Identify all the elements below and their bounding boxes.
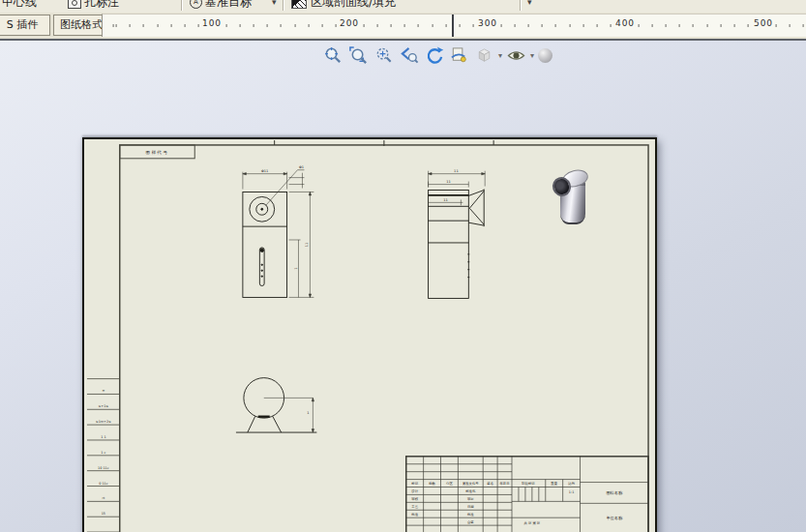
drawing-sheet[interactable]: 图样代号 ≡ ≤+1≤ ≤1m+2≤ 1 1 1 c 10 11c 0 11c … (82, 137, 657, 532)
datum-target-dropdown-arrow[interactable]: ▾ (272, 0, 277, 14)
margin-row-label: 1 c (101, 451, 105, 455)
hide-show-items-icon[interactable] (506, 45, 526, 66)
ruler-pane-splitter[interactable] (452, 15, 454, 37)
datum-target-button[interactable]: 基准目标 (205, 0, 252, 14)
title-cell: 分区 (446, 482, 453, 486)
toolbar-separator (181, 0, 183, 11)
dim-label: Φ11 (261, 169, 268, 173)
title-cell: 设计 (411, 488, 418, 493)
view-orientation-dropdown-arrow[interactable]: ▾ (498, 51, 502, 60)
horizontal-ruler: 100 200 300 400 500 (102, 14, 806, 37)
title-cell: 会签 (467, 520, 474, 524)
title-cell: 处数 (429, 481, 435, 486)
border-zone-ticks (238, 140, 524, 532)
title-cell: 标准化 (464, 488, 476, 493)
display-style-sphere-icon[interactable] (538, 48, 552, 63)
margin-row-label: rt (103, 496, 105, 500)
ruler-mark: 400 (613, 18, 637, 28)
margin-row-label: 1 1 (101, 435, 105, 439)
title-cell: 批准 (467, 513, 474, 517)
title-cell: 批准 (411, 513, 418, 517)
dim-label: Φ1 (299, 165, 304, 169)
hole-callout-button[interactable]: 孔标注 (84, 0, 119, 14)
margin-row-label: ≡ (102, 389, 104, 393)
drawing-name: 图样名称 (606, 490, 622, 495)
side-view[interactable] (429, 190, 485, 299)
title-cell: 审核 (411, 497, 418, 501)
margin-row-label: ≤+1≤ (99, 404, 109, 408)
zoom-to-fit-icon[interactable] (323, 45, 343, 66)
corner-box-text: 图样代号 (146, 150, 169, 155)
hole-callout-icon (68, 0, 81, 9)
title-cell: 年月日 (500, 482, 510, 486)
bottom-view[interactable] (236, 378, 316, 432)
title-cell: 审定 (467, 497, 474, 501)
tab-plugins[interactable]: S 插件 (0, 15, 50, 36)
toolbar-separator (283, 0, 284, 11)
datum-target-icon: A (190, 0, 202, 9)
area-hatch-fill-button[interactable]: 区域剖面线/填充 (311, 0, 396, 14)
title-cell: 工艺 (411, 504, 418, 509)
front-view-dimensions (243, 170, 314, 298)
dim-label: 11 (454, 169, 459, 173)
scale-label: 比例 (568, 482, 575, 486)
stage-mark-label: 阶段标记 (522, 481, 535, 486)
zoom-in-out-icon[interactable] (373, 45, 394, 66)
view-orientation-cube-icon[interactable] (474, 45, 494, 66)
3d-drawing-view-icon[interactable] (449, 45, 469, 66)
dim-label: 11 (443, 198, 448, 202)
annotation-toolbar: 中心线 孔标注 A 基准目标 ▾ 区域剖面线/填充 ▾ (0, 0, 806, 14)
title-cell: 更改文件号 (463, 481, 479, 486)
ruler-mark: 100 (200, 18, 224, 28)
dim-label: 11 (305, 243, 309, 248)
zoom-to-area-icon[interactable] (348, 45, 369, 66)
ruler-mark: 500 (752, 18, 775, 28)
area-hatch-icon (291, 0, 307, 9)
graphics-area[interactable]: ▾ ▾ 图样代号 (0, 41, 806, 532)
sheet-count-label: 共 张 第 张 (524, 521, 541, 525)
centerline-button[interactable]: 中心线 (2, 0, 37, 14)
margin-table (87, 379, 120, 532)
redraw-icon[interactable] (424, 45, 444, 66)
toolbar-separator (520, 0, 522, 11)
title-cell: 日期 (467, 505, 474, 509)
part-3d-view[interactable] (552, 164, 592, 224)
toolbar-overflow-arrow[interactable]: ▾ (527, 0, 532, 14)
margin-table-labels: ≡ ≤+1≤ ≤1m+2≤ 1 1 1 c 10 11c 0 11c rt 15 (96, 389, 111, 516)
title-cell: 签名 (487, 482, 493, 486)
margin-row-label: ≤1m+2≤ (96, 420, 111, 424)
heads-up-view-toolbar: ▾ ▾ (323, 44, 552, 67)
sheet-tab-bar: S 插件 图纸格式 100 200 300 400 500 (0, 13, 806, 39)
hide-show-dropdown-arrow[interactable]: ▾ (530, 51, 534, 60)
title-cell: 标记 (410, 482, 418, 486)
front-view-dim-labels: Φ11 Φ1 11 1 (261, 165, 309, 270)
margin-row-label: 0 11c (99, 482, 107, 486)
ruler-mark: 200 (338, 18, 361, 28)
margin-row-label: 10 11c (98, 466, 109, 470)
corner-reference-box: 图样代号 (120, 145, 194, 159)
ruler-mark: 300 (476, 18, 499, 28)
scale-value: 1:1 (569, 490, 574, 494)
weight-label: 重量 (551, 481, 557, 486)
company-name: 单位名称 (606, 516, 622, 520)
dim-label: 1 (294, 268, 298, 270)
solidworks-window: 中心线 孔标注 A 基准目标 ▾ 区域剖面线/填充 ▾ S 插件 图纸格式 10… (0, 0, 806, 532)
previous-view-icon[interactable] (399, 45, 419, 66)
front-view[interactable] (243, 192, 287, 297)
dim-label: 11 (446, 180, 451, 184)
margin-row-label: 15 (102, 512, 105, 516)
dim-label: 1 (307, 411, 309, 415)
